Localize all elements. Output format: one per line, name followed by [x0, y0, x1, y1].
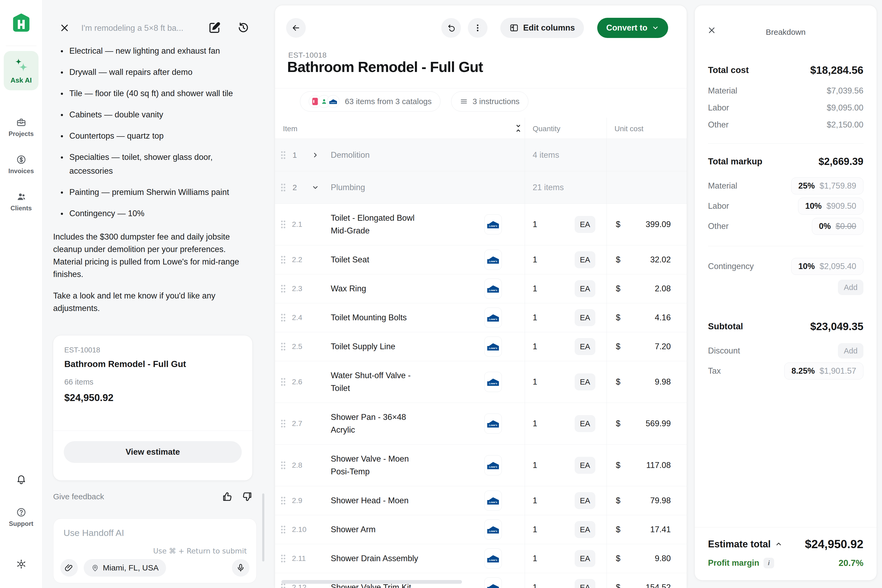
- item-name[interactable]: Shower Arm: [331, 515, 429, 544]
- unit-chip[interactable]: EA: [574, 492, 596, 509]
- settings-button[interactable]: [4, 559, 39, 569]
- table-row[interactable]: 2.5 Toilet Supply Line Lowe's 1 EA $ 7.2…: [275, 332, 687, 361]
- group-row-demolition[interactable]: 1 Demolition 4 items: [275, 139, 687, 171]
- unit-chip[interactable]: EA: [574, 338, 596, 355]
- unit-cost-value[interactable]: 9.98: [655, 377, 671, 387]
- chat-history-button[interactable]: [237, 21, 250, 34]
- drag-handle-icon[interactable]: [279, 525, 287, 534]
- drag-handle-icon[interactable]: [279, 460, 287, 470]
- table-row[interactable]: 2.1 Toilet - Elongated Bowl Mid-Grade Lo…: [275, 204, 687, 245]
- quantity-value[interactable]: 1: [532, 496, 537, 506]
- material-markup-chip[interactable]: 25% $1,759.89: [791, 177, 863, 194]
- mic-button[interactable]: [232, 559, 249, 577]
- unit-chip[interactable]: EA: [574, 415, 596, 432]
- edit-columns-button[interactable]: Edit columns: [500, 18, 584, 38]
- new-chat-button[interactable]: [208, 21, 221, 34]
- unit-cost-value[interactable]: 79.98: [650, 496, 671, 506]
- item-name[interactable]: Shower Drain Assembly: [331, 544, 429, 573]
- item-name[interactable]: Toilet - Elongated Bowl Mid-Grade: [331, 204, 429, 245]
- chevron-down-icon[interactable]: [312, 184, 319, 191]
- drag-handle-icon[interactable]: [279, 255, 287, 264]
- table-row[interactable]: 2.4 Toilet Mounting Bolts Lowe's 1 EA $ …: [275, 303, 687, 332]
- drag-handle-icon[interactable]: [279, 284, 287, 294]
- unit-cost-value[interactable]: 32.02: [650, 255, 671, 264]
- more-options-button[interactable]: [468, 18, 488, 38]
- thumbs-down-button[interactable]: [241, 491, 253, 502]
- chat-input[interactable]: Use Handoff AI Use ⌘ + Return to submit …: [53, 518, 256, 583]
- sidebar-item-support[interactable]: Support: [4, 507, 39, 528]
- lowes-badge[interactable]: Lowe's: [484, 414, 502, 434]
- unit-chip[interactable]: EA: [574, 280, 596, 297]
- lowes-badge[interactable]: Lowe's: [484, 372, 502, 392]
- drag-handle-icon[interactable]: [279, 377, 287, 387]
- unit-chip[interactable]: EA: [574, 457, 596, 474]
- horizontal-scrollbar[interactable]: [281, 580, 462, 584]
- quantity-value[interactable]: 1: [532, 419, 537, 428]
- table-row[interactable]: 2.11 Shower Drain Assembly Lowe's 1 EA $…: [275, 544, 687, 573]
- thumbs-up-button[interactable]: [222, 491, 233, 502]
- unit-cost-value[interactable]: 17.41: [650, 525, 671, 534]
- lowes-badge[interactable]: Lowe's: [484, 455, 502, 476]
- chevron-up-icon[interactable]: [775, 540, 782, 548]
- view-estimate-button[interactable]: View estimate: [64, 441, 242, 463]
- back-button[interactable]: [286, 18, 306, 38]
- lowes-badge[interactable]: Lowe's: [484, 336, 502, 357]
- other-markup-chip[interactable]: 0% $0.00: [812, 218, 863, 235]
- contingency-chip[interactable]: 10% $2,095.40: [791, 258, 863, 275]
- unit-chip[interactable]: EA: [574, 579, 596, 588]
- column-header-item[interactable]: Item: [283, 124, 297, 133]
- chevron-right-icon[interactable]: [312, 152, 319, 159]
- drag-handle-icon[interactable]: [279, 220, 287, 229]
- unit-cost-value[interactable]: 7.20: [655, 342, 671, 351]
- quantity-value[interactable]: 1: [532, 284, 537, 294]
- sidebar-item-invoices[interactable]: Invoices: [4, 154, 39, 175]
- table-row[interactable]: 2.7 Shower Pan - 36×48 Acrylic Lowe's 1 …: [275, 403, 687, 445]
- info-icon[interactable]: i: [764, 558, 774, 568]
- unit-chip[interactable]: EA: [574, 309, 596, 326]
- item-name[interactable]: Toilet Mounting Bolts: [331, 303, 429, 332]
- convert-to-button[interactable]: Convert to: [597, 18, 668, 38]
- quantity-value[interactable]: 1: [532, 525, 537, 534]
- collapse-all-icon[interactable]: [514, 124, 522, 132]
- drag-handle-icon[interactable]: [279, 313, 287, 322]
- quantity-value[interactable]: 1: [532, 342, 537, 351]
- unit-cost-value[interactable]: 2.08: [655, 284, 671, 294]
- lowes-badge[interactable]: Lowe's: [484, 490, 502, 511]
- unit-cost-value[interactable]: 154.52: [645, 583, 671, 588]
- notifications-button[interactable]: [4, 474, 39, 484]
- unit-chip[interactable]: EA: [574, 216, 596, 233]
- unit-cost-value[interactable]: 399.09: [645, 220, 671, 229]
- sidebar-item-ask-ai[interactable]: Ask AI: [4, 51, 39, 90]
- unit-chip[interactable]: EA: [574, 521, 596, 538]
- drag-handle-icon[interactable]: [279, 183, 287, 192]
- item-name[interactable]: Toilet Seat: [331, 245, 429, 274]
- drag-handle-icon[interactable]: [279, 150, 287, 160]
- unit-chip[interactable]: EA: [574, 251, 596, 268]
- item-name[interactable]: Shower Valve - Moen Posi-Temp: [331, 445, 429, 486]
- item-name[interactable]: Water Shut-off Valve - Toilet: [331, 361, 429, 403]
- quantity-value[interactable]: 1: [532, 554, 537, 563]
- unit-cost-value[interactable]: 117.08: [646, 460, 671, 470]
- column-header-quantity[interactable]: Quantity: [532, 124, 560, 133]
- table-row[interactable]: 2.2 Toilet Seat Lowe's 1 EA $ 32.02: [275, 245, 687, 274]
- table-row[interactable]: 2.10 Shower Arm Lowe's 1 EA $ 17.41: [275, 515, 687, 544]
- unit-cost-value[interactable]: 4.16: [655, 313, 671, 322]
- catalogs-badge[interactable]: Lowe's 63 items from 3 catalogs: [300, 92, 441, 111]
- item-name[interactable]: Wax Ring: [331, 274, 429, 303]
- quantity-value[interactable]: 1: [532, 583, 537, 588]
- chat-scrollbar[interactable]: [262, 494, 264, 561]
- drag-handle-icon[interactable]: [279, 419, 287, 428]
- lowes-badge[interactable]: Lowe's: [484, 250, 502, 270]
- drag-handle-icon[interactable]: [279, 342, 287, 351]
- quantity-value[interactable]: 1: [532, 220, 537, 229]
- undo-button[interactable]: [441, 18, 461, 38]
- lowes-badge[interactable]: Lowe's: [484, 214, 502, 234]
- column-header-unit-cost[interactable]: Unit cost: [615, 124, 644, 133]
- unit-cost-value[interactable]: 569.99: [645, 419, 671, 428]
- lowes-badge[interactable]: Lowe's: [484, 279, 502, 299]
- unit-chip[interactable]: EA: [574, 374, 596, 390]
- unit-cost-value[interactable]: 9.80: [655, 554, 671, 563]
- attach-button[interactable]: [60, 559, 78, 577]
- table-row[interactable]: 2.6 Water Shut-off Valve - Toilet Lowe's…: [275, 361, 687, 403]
- lowes-badge[interactable]: Lowe's: [484, 548, 502, 568]
